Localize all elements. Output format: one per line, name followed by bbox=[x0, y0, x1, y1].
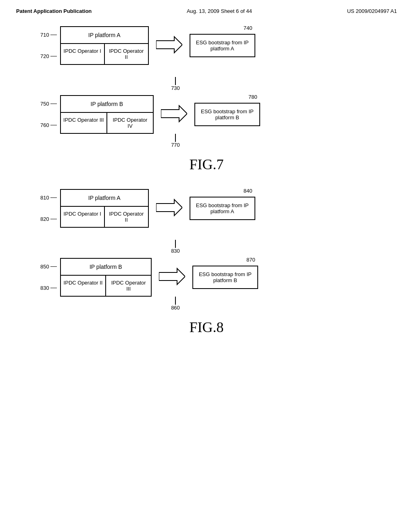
fig7-esg-b-num: 780 bbox=[248, 94, 257, 100]
header-left: Patent Application Publication bbox=[16, 8, 92, 14]
fig7-operators-a: IPDC Operator I IPDC Operator II bbox=[61, 43, 148, 64]
svg-marker-1 bbox=[161, 106, 187, 122]
fig8-platform-a: IP platform A IPDC Operator I IPDC Opera… bbox=[60, 189, 149, 228]
fig7-num-730: 730 bbox=[171, 85, 180, 91]
fig8-esg-a-text: ESG bootstrap from IPplatform A bbox=[196, 202, 249, 214]
fig8-operator-a-1: IPDC Operator I bbox=[61, 207, 105, 227]
label-720: 720 bbox=[40, 53, 57, 59]
fig8-platform-a-title: IP platform A bbox=[61, 190, 148, 206]
fig8-operator-b-2: IPDC Operator III bbox=[106, 276, 151, 296]
fig8-operator-a-2: IPDC Operator II bbox=[105, 207, 148, 227]
fig8-num-830-first: 830 bbox=[171, 248, 180, 254]
fig8-esg-a-num: 840 bbox=[244, 188, 252, 194]
fig8-operator-b-1: IPDC Operator II bbox=[61, 276, 106, 296]
label-710: 710 bbox=[40, 32, 57, 38]
page: Patent Application Publication Aug. 13, … bbox=[0, 0, 413, 532]
label-820: 820 bbox=[40, 216, 57, 222]
fig7-platform-b-title: IP platform B bbox=[61, 96, 153, 112]
fig7-esg-a-text: ESG bootstrap from IPplatform A bbox=[196, 39, 249, 52]
fig8-arrow-a bbox=[156, 199, 182, 218]
fig8-num-860: 860 bbox=[171, 305, 180, 311]
header-right: US 2009/0204997 A1 bbox=[347, 8, 397, 14]
header: Patent Application Publication Aug. 13, … bbox=[16, 8, 397, 14]
fig8-platform-b: IP platform B IPDC Operator II IPDC Oper… bbox=[60, 258, 152, 297]
fig7-operator-b-1: IPDC Operator III bbox=[61, 113, 107, 133]
fig8-arrow-b bbox=[159, 268, 185, 287]
fig7-operator-a-1: IPDC Operator I bbox=[61, 44, 105, 64]
fig8-label: FIG.8 bbox=[16, 319, 397, 336]
fig8-esg-b-num: 870 bbox=[246, 257, 255, 263]
fig8-operators-a: IPDC Operator I IPDC Operator II bbox=[61, 206, 148, 227]
label-830-second: 830 bbox=[40, 285, 57, 291]
fig8-platform-b-title: IP platform B bbox=[61, 259, 151, 275]
fig8-esg-b: 870 ESG bootstrap from IPplatform B bbox=[192, 266, 258, 289]
fig7-arrow-a bbox=[156, 36, 182, 55]
fig8-esg-a: 840 ESG bootstrap from IPplatform A bbox=[190, 197, 255, 220]
fig7-num-770: 770 bbox=[171, 142, 180, 148]
fig7-esg-a-num: 740 bbox=[244, 25, 252, 31]
fig7-platform-a-title: IP platform A bbox=[61, 27, 148, 43]
fig7-platform-a: IP platform A IPDC Operator I IPDC Opera… bbox=[60, 26, 149, 65]
label-760: 760 bbox=[40, 122, 57, 128]
fig7-platform-b: IP platform B IPDC Operator III IPDC Ope… bbox=[60, 95, 154, 134]
svg-marker-2 bbox=[156, 200, 182, 216]
fig7-operator-b-2: IPDC Operator IV bbox=[107, 113, 153, 133]
fig7-arrow-b bbox=[161, 105, 187, 124]
header-center: Aug. 13, 2009 Sheet 6 of 44 bbox=[187, 8, 252, 14]
fig7-operators-b: IPDC Operator III IPDC Operator IV bbox=[61, 112, 153, 133]
fig7-operator-a-2: IPDC Operator II bbox=[105, 44, 148, 64]
fig7-esg-b-text: ESG bootstrap from IPplatform B bbox=[201, 108, 254, 121]
fig7-label: FIG.7 bbox=[16, 156, 397, 173]
fig8-esg-b-text: ESG bootstrap from IPplatform B bbox=[199, 271, 252, 283]
fig7-section: 710 720 IP platform A IPDC Operator I IP… bbox=[16, 26, 397, 173]
fig7-esg-b: 780 ESG bootstrap from IPplatform B bbox=[194, 103, 260, 126]
fig8-section: 810 820 IP platform A IPDC Operator I IP… bbox=[16, 189, 397, 336]
label-750: 750 bbox=[40, 101, 57, 107]
svg-marker-0 bbox=[156, 37, 182, 53]
fig8-operators-b: IPDC Operator II IPDC Operator III bbox=[61, 275, 151, 296]
svg-marker-3 bbox=[159, 268, 185, 285]
label-850: 850 bbox=[40, 264, 57, 270]
fig7-esg-a: 740 ESG bootstrap from IPplatform A bbox=[190, 34, 255, 57]
label-810: 810 bbox=[40, 195, 57, 201]
